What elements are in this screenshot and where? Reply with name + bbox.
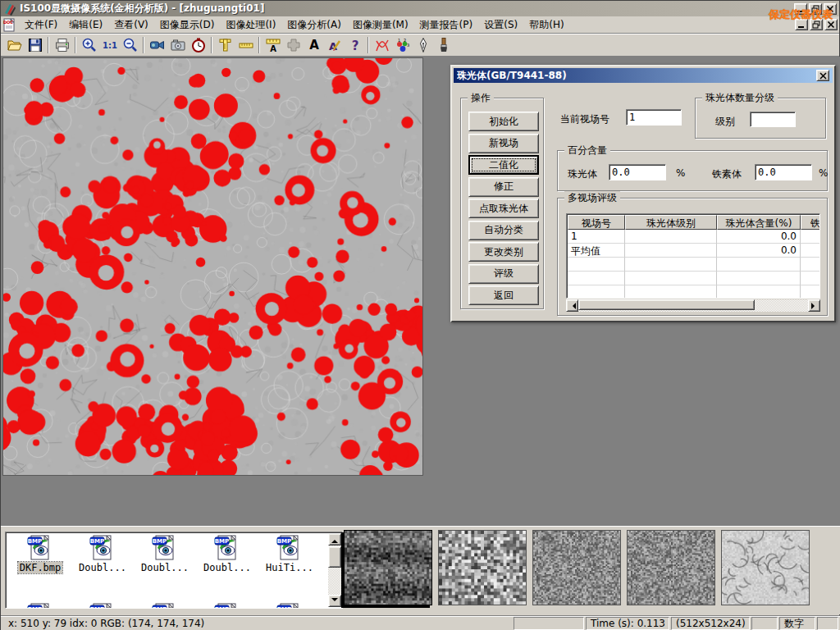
file-item[interactable]: BMPDoubl... bbox=[196, 535, 258, 573]
table-row[interactable] bbox=[568, 285, 820, 299]
menu-item-image-analysis[interactable]: 图像分析(A) bbox=[281, 17, 347, 32]
table-header-cell[interactable]: 视场号 bbox=[568, 215, 625, 230]
table-row[interactable] bbox=[568, 258, 820, 272]
count-points-icon[interactable]: 123 bbox=[392, 36, 413, 55]
window-title: IS100显微摄像系统(金相分析版) - [zhuguangti01] bbox=[20, 2, 792, 16]
file-item[interactable]: BMP bbox=[71, 603, 134, 609]
change-class-button[interactable]: 更改类别 bbox=[468, 242, 539, 262]
save-icon[interactable] bbox=[25, 36, 45, 55]
new-field-button[interactable]: 新视场 bbox=[468, 134, 539, 153]
print-icon[interactable] bbox=[52, 36, 72, 55]
file-vertical-scrollbar[interactable] bbox=[328, 533, 341, 607]
menu-item-measure-report[interactable]: 测量报告(P) bbox=[414, 17, 479, 32]
ferrite-percent-input[interactable] bbox=[755, 164, 812, 180]
bmp-file-icon: BMP bbox=[213, 603, 241, 609]
text-edit-icon[interactable]: A bbox=[324, 36, 345, 55]
operation-group: 操作 初始化新视场二值化修正点取珠光体自动分类更改类别评级返回 bbox=[460, 98, 544, 309]
thumbnail-image[interactable] bbox=[532, 530, 621, 605]
file-item[interactable]: BMPHuiTi... bbox=[258, 535, 321, 573]
grade-input[interactable] bbox=[750, 112, 796, 127]
dialog-title-bar[interactable]: 珠光体(GB/T9441-88) bbox=[454, 68, 833, 83]
pen-icon[interactable] bbox=[413, 36, 433, 55]
file-item[interactable]: BMPDoubl... bbox=[71, 535, 134, 573]
zoom-in-icon[interactable] bbox=[79, 36, 99, 55]
return-button[interactable]: 返回 bbox=[468, 285, 539, 305]
multi-field-group: 多视场评级 视场号珠光体级别珠光体含量(%)铁素体10.0平均值0.0 bbox=[557, 198, 828, 316]
current-field-input[interactable] bbox=[626, 109, 682, 126]
toolbar-separator bbox=[143, 37, 144, 53]
menu-item-view[interactable]: 查看(V) bbox=[108, 17, 154, 32]
caliper-icon[interactable] bbox=[215, 36, 235, 55]
menu-item-edit[interactable]: 编辑(E) bbox=[63, 17, 108, 32]
binarize-button[interactable]: 二值化 bbox=[468, 155, 539, 175]
curve-tool-icon[interactable] bbox=[372, 36, 392, 55]
table-cell: 0.0 bbox=[717, 230, 801, 244]
menu-item-image-measure[interactable]: 图像测量(M) bbox=[347, 17, 414, 32]
restore-icon[interactable] bbox=[809, 3, 822, 15]
timer-clock-icon[interactable] bbox=[188, 36, 208, 55]
svg-text:BMP: BMP bbox=[277, 538, 291, 545]
text-icon[interactable]: A bbox=[304, 36, 324, 55]
file-item[interactable]: BMPDoubl... bbox=[134, 535, 196, 573]
thumbnail-image[interactable] bbox=[438, 530, 527, 605]
file-item[interactable]: BMP bbox=[196, 603, 258, 609]
status-bar: x: 510 y: 79 idx: 0 RGB: (174, 174, 174)… bbox=[1, 615, 840, 630]
file-item[interactable]: BMPDKF.bmp bbox=[9, 535, 71, 573]
menu-item-image-display[interactable]: 图像显示(D) bbox=[154, 17, 221, 32]
thumbnail-image[interactable] bbox=[344, 530, 432, 605]
table-cell bbox=[717, 285, 801, 299]
brush-icon[interactable] bbox=[433, 36, 454, 55]
child-minimize-icon[interactable] bbox=[795, 19, 808, 30]
zoom-out-icon[interactable] bbox=[120, 36, 140, 55]
menu-item-help[interactable]: 帮助(H) bbox=[523, 17, 569, 32]
menu-item-file[interactable]: 文件(F) bbox=[19, 17, 63, 32]
toolbar-separator bbox=[211, 37, 212, 53]
ruler-icon[interactable] bbox=[235, 36, 256, 55]
scroll-right-icon[interactable] bbox=[808, 299, 820, 312]
scroll-left-icon[interactable] bbox=[566, 299, 578, 312]
file-scroll-down-icon[interactable] bbox=[328, 595, 341, 607]
minimize-icon[interactable] bbox=[794, 3, 807, 15]
table-row[interactable]: 10.0 bbox=[568, 230, 820, 244]
child-restore-icon[interactable] bbox=[810, 19, 823, 30]
correct-button[interactable]: 修正 bbox=[468, 177, 539, 197]
open-folder-icon[interactable] bbox=[4, 36, 25, 55]
auto-classify-button[interactable]: 自动分类 bbox=[468, 221, 539, 240]
help-icon[interactable]: ? bbox=[345, 36, 365, 55]
file-item[interactable]: BMP bbox=[9, 603, 71, 609]
init-button[interactable]: 初始化 bbox=[468, 112, 539, 131]
grade-button[interactable]: 评级 bbox=[468, 264, 539, 284]
table-header-cell[interactable]: 珠光体含量(%) bbox=[717, 215, 801, 230]
actual-size-icon[interactable]: 1:1 bbox=[99, 36, 120, 55]
svg-text:BMP: BMP bbox=[215, 606, 229, 609]
table-row[interactable] bbox=[568, 272, 820, 285]
thumbnail-image[interactable] bbox=[721, 530, 810, 605]
table-header-row: 视场号珠光体级别珠光体含量(%)铁素体 bbox=[568, 215, 820, 230]
table-row[interactable]: 平均值0.0 bbox=[568, 244, 820, 258]
menu-item-image-process[interactable]: 图像处理(I) bbox=[220, 17, 281, 32]
measure-ruler-a-icon[interactable]: A bbox=[262, 36, 283, 55]
capture-camera-icon[interactable] bbox=[167, 36, 188, 55]
pearlite-percent-input[interactable] bbox=[609, 164, 666, 180]
table-header-cell[interactable]: 铁素体 bbox=[801, 215, 820, 230]
file-item[interactable]: BMP bbox=[258, 603, 321, 609]
video-camera-icon[interactable] bbox=[147, 36, 167, 55]
bmp-file-icon: BMP bbox=[26, 535, 54, 561]
menu-item-settings[interactable]: 设置(S) bbox=[478, 17, 523, 32]
file-scroll-up-icon[interactable] bbox=[328, 533, 341, 546]
child-close-icon[interactable] bbox=[824, 19, 838, 30]
close-icon[interactable] bbox=[824, 3, 837, 15]
table-horizontal-scrollbar[interactable] bbox=[566, 299, 820, 312]
dialog-close-icon[interactable] bbox=[816, 70, 829, 81]
file-scroll-thumb[interactable] bbox=[328, 546, 341, 568]
scroll-thumb[interactable] bbox=[578, 299, 755, 310]
table-header-cell[interactable]: 珠光体级别 bbox=[625, 215, 717, 230]
rating-table[interactable]: 视场号珠光体级别珠光体含量(%)铁素体10.0平均值0.0 bbox=[566, 213, 820, 299]
grid-tool-icon[interactable] bbox=[283, 36, 304, 55]
micrograph-image[interactable] bbox=[2, 57, 423, 476]
file-item[interactable]: BMP bbox=[134, 603, 196, 609]
pick-pearlite-button[interactable]: 点取珠光体 bbox=[468, 199, 539, 218]
scroll-track[interactable] bbox=[578, 299, 808, 312]
thumbnail-image[interactable] bbox=[627, 530, 715, 605]
document-icon[interactable]: DOC bbox=[2, 18, 16, 32]
